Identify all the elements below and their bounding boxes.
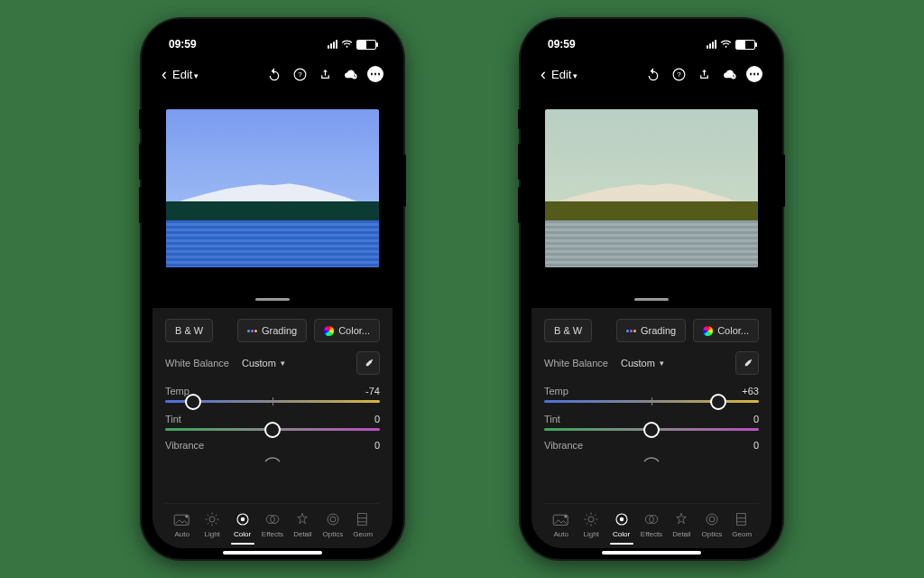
notch [594, 19, 709, 42]
svg-line-34 [595, 523, 596, 525]
svg-line-33 [587, 515, 588, 517]
share-button[interactable] [317, 66, 333, 82]
status-time: 09:59 [548, 38, 576, 51]
more-button[interactable]: ⋯ [746, 66, 762, 82]
volume-up[interactable] [139, 144, 142, 180]
svg-line-35 [595, 515, 596, 517]
svg-point-4 [185, 515, 188, 517]
grading-chip[interactable]: Grading [237, 319, 307, 342]
collapse-arc-icon [262, 454, 283, 463]
phone-right: 09:59 ‹ Edit▾ ? ⋯ [521, 19, 782, 559]
lightroom-app: ‹ Edit▾ ? ⋯ [531, 57, 772, 548]
grading-icon [247, 330, 257, 332]
battery-icon [356, 40, 376, 50]
bottom-tab-bar: Auto Light Color Effects Detail Optics G… [165, 503, 380, 548]
mode-dropdown[interactable]: Edit▾ [172, 68, 199, 81]
wb-label: White Balance [544, 358, 608, 368]
back-button[interactable]: ‹ [541, 65, 546, 84]
eyedropper-button[interactable] [356, 351, 380, 375]
cellular-icon [328, 40, 337, 49]
color-panel: B & W Grading Color... White Balance Cus… [152, 308, 393, 548]
tab-color[interactable]: Color [606, 511, 636, 545]
home-indicator[interactable] [602, 551, 701, 555]
svg-point-19 [330, 517, 336, 522]
wb-dropdown[interactable]: Custom ▾ [621, 358, 664, 368]
app-topbar: ‹ Edit▾ ? ⋯ [531, 57, 772, 91]
color-wheel-icon [324, 326, 334, 336]
tab-auto[interactable]: Auto [167, 511, 197, 545]
svg-point-38 [619, 517, 624, 522]
lightroom-app: ‹ Edit▾ ? ⋯ [152, 57, 393, 548]
photo-warm [545, 109, 758, 267]
tab-effects[interactable]: Effects [257, 511, 287, 545]
svg-point-18 [328, 514, 338, 525]
back-button[interactable]: ‹ [162, 65, 167, 84]
panel-drag-handle[interactable] [634, 298, 669, 301]
volume-down[interactable] [518, 187, 521, 223]
color-panel: B & W Grading Color... White Balance Cus… [531, 308, 772, 548]
mute-switch[interactable] [139, 109, 142, 129]
svg-line-12 [216, 515, 217, 517]
undo-button[interactable] [266, 66, 282, 82]
undo-button[interactable] [645, 66, 661, 82]
photo-viewer[interactable] [531, 91, 772, 285]
cloud-sync-button[interactable] [342, 66, 358, 82]
tab-optics[interactable]: Optics [318, 511, 347, 545]
svg-text:?: ? [677, 70, 681, 79]
eyedropper-button[interactable] [735, 351, 759, 375]
svg-point-15 [240, 517, 245, 522]
temp-slider[interactable]: Temp+63 [544, 386, 759, 403]
wb-dropdown[interactable]: Custom ▾ [242, 358, 285, 368]
power-button[interactable] [403, 154, 406, 207]
screen: 09:59 ‹ Edit▾ ? [152, 30, 393, 548]
temp-slider[interactable]: Temp-74 [165, 386, 380, 403]
bw-chip[interactable]: B & W [165, 319, 213, 342]
colormix-chip[interactable]: Color... [693, 319, 759, 342]
tab-optics[interactable]: Optics [697, 511, 726, 545]
grading-icon [626, 330, 636, 332]
tab-color[interactable]: Color [227, 511, 257, 545]
share-button[interactable] [696, 66, 712, 82]
svg-point-42 [709, 517, 715, 522]
colormix-chip[interactable]: Color... [314, 319, 380, 342]
panel-drag-handle[interactable] [255, 298, 290, 301]
tab-detail[interactable]: Detail [667, 511, 697, 545]
help-button[interactable]: ? [670, 66, 687, 82]
wifi-icon [720, 40, 732, 49]
photo-cool [166, 109, 379, 267]
svg-point-28 [588, 517, 594, 522]
mode-dropdown[interactable]: Edit▾ [551, 68, 578, 81]
photo-viewer[interactable] [152, 91, 393, 285]
help-button[interactable]: ? [291, 66, 308, 82]
bw-chip[interactable]: B & W [544, 319, 592, 342]
more-button[interactable]: ⋯ [367, 66, 383, 82]
tab-effects[interactable]: Effects [636, 511, 666, 545]
tab-geom[interactable]: Geom [348, 511, 378, 545]
volume-up[interactable] [518, 144, 521, 180]
tab-geom[interactable]: Geom [727, 511, 757, 545]
cloud-sync-button[interactable] [721, 66, 737, 82]
vibrance-slider[interactable]: Vibrance0 [165, 440, 380, 463]
screen: 09:59 ‹ Edit▾ ? ⋯ [531, 30, 772, 548]
tab-light[interactable]: Light [576, 511, 605, 545]
color-wheel-icon [703, 326, 713, 336]
svg-point-27 [564, 515, 567, 517]
home-indicator[interactable] [223, 551, 322, 555]
tint-slider[interactable]: Tint0 [544, 414, 759, 431]
bottom-tab-bar: Auto Light Color Effects Detail Optics G… [544, 503, 759, 548]
tint-slider[interactable]: Tint0 [165, 414, 380, 431]
phone-left: 09:59 ‹ Edit▾ ? [142, 19, 403, 559]
power-button[interactable] [782, 154, 785, 207]
vibrance-slider[interactable]: Vibrance0 [544, 440, 759, 463]
mute-switch[interactable] [518, 109, 521, 129]
tab-light[interactable]: Light [197, 511, 226, 545]
volume-down[interactable] [139, 187, 142, 223]
grading-chip[interactable]: Grading [616, 319, 686, 342]
app-topbar: ‹ Edit▾ ? ⋯ [152, 57, 393, 91]
tab-auto[interactable]: Auto [546, 511, 576, 545]
tab-detail[interactable]: Detail [288, 511, 318, 545]
notch [215, 19, 330, 42]
svg-line-13 [208, 523, 209, 525]
svg-point-5 [209, 517, 215, 522]
svg-point-41 [707, 514, 717, 525]
